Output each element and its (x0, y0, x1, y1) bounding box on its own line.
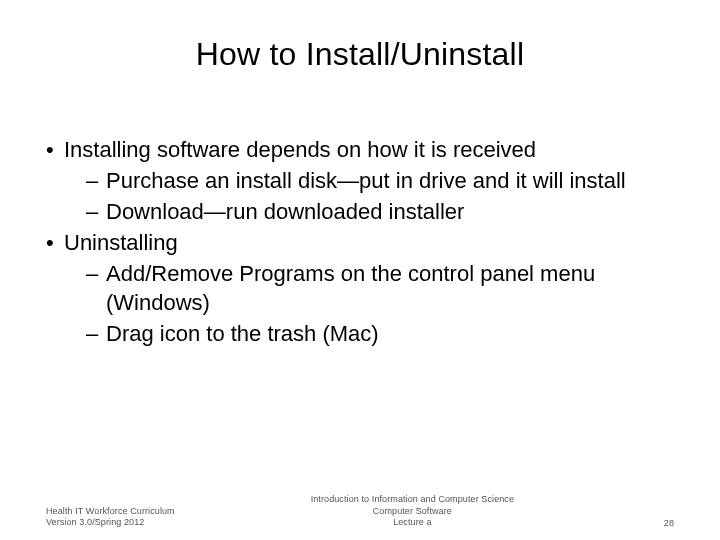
list-item: Download—run downloaded installer (64, 197, 674, 226)
list-item: Drag icon to the trash (Mac) (64, 319, 674, 348)
footer-text: Version 3.0/Spring 2012 (46, 517, 175, 528)
footer-left: Health IT Workforce Curriculum Version 3… (46, 506, 175, 529)
bullet-text: Installing software depends on how it is… (64, 137, 536, 162)
slide: How to Install/Uninstall Installing soft… (0, 0, 720, 540)
bullet-text: Purchase an install disk—put in drive an… (106, 168, 626, 193)
slide-title: How to Install/Uninstall (46, 0, 674, 73)
footer-text: Lecture a (195, 517, 630, 528)
footer-text: Health IT Workforce Curriculum (46, 506, 175, 517)
list-item: Purchase an install disk—put in drive an… (64, 166, 674, 195)
footer-text: Introduction to Information and Computer… (195, 494, 630, 505)
list-item: Installing software depends on how it is… (46, 135, 674, 226)
footer-text: Computer Software (195, 506, 630, 517)
bullet-text: Drag icon to the trash (Mac) (106, 321, 379, 346)
page-number: 28 (650, 518, 674, 528)
sublist: Add/Remove Programs on the control panel… (64, 259, 674, 348)
slide-body: Installing software depends on how it is… (46, 135, 674, 348)
list-item: Uninstalling Add/Remove Programs on the … (46, 228, 674, 348)
bullet-list: Installing software depends on how it is… (46, 135, 674, 348)
sublist: Purchase an install disk—put in drive an… (64, 166, 674, 226)
list-item: Add/Remove Programs on the control panel… (64, 259, 674, 317)
bullet-text: Add/Remove Programs on the control panel… (106, 261, 595, 315)
footer-center: Introduction to Information and Computer… (195, 494, 630, 528)
bullet-text: Uninstalling (64, 230, 178, 255)
slide-footer: Health IT Workforce Curriculum Version 3… (0, 494, 720, 528)
bullet-text: Download—run downloaded installer (106, 199, 464, 224)
